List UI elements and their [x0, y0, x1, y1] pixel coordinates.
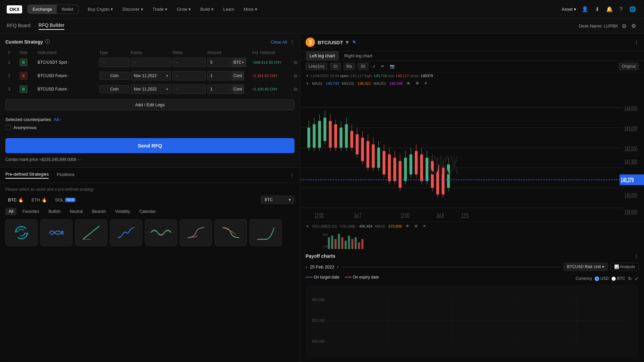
discover-link[interactable]: Discover ▾: [118, 5, 147, 14]
copy-icon[interactable]: ⧉: [621, 22, 627, 31]
timeframe-button[interactable]: Line(1m): [306, 63, 327, 70]
interval-button[interactable]: 1h: [330, 63, 340, 70]
trade-link[interactable]: Trade ▾: [149, 5, 171, 14]
learn-link[interactable]: Learn: [219, 5, 238, 14]
strategy-card-2[interactable]: [40, 219, 72, 246]
draw-icon[interactable]: ✏: [380, 63, 386, 70]
strategy-card-8[interactable]: [250, 219, 282, 246]
btc-radio-label[interactable]: BTC: [611, 276, 625, 281]
close-icon[interactable]: ✕: [423, 80, 429, 87]
settings-icon[interactable]: ⚙: [414, 80, 420, 87]
sol-asset-tab[interactable]: SOL NEW: [52, 196, 78, 204]
clear-all-button[interactable]: Clear All: [271, 40, 287, 45]
next-date-button[interactable]: ›: [337, 264, 339, 269]
expand-icon[interactable]: ⤢: [371, 63, 377, 70]
send-rfq-button[interactable]: Send RFQ: [5, 138, 294, 153]
usd-radio[interactable]: [595, 277, 599, 281]
wallet-button[interactable]: Wallet: [57, 5, 78, 13]
settings-icon[interactable]: ⚙: [413, 223, 419, 229]
exchange-wallet-toggle[interactable]: Exchange Wallet: [28, 5, 78, 14]
strike-input-2[interactable]: [172, 71, 206, 80]
filter-neutral[interactable]: Neutral: [66, 208, 86, 215]
btc-radio[interactable]: [611, 277, 616, 281]
more-chart-options-icon[interactable]: ⋮: [634, 40, 639, 45]
more-options-icon[interactable]: ⋮: [290, 39, 294, 45]
instrument-cell[interactable]: BTC/USDT Spot ›: [38, 60, 98, 65]
copy-row-button[interactable]: ⧉: [294, 73, 297, 79]
buy-crypto-link[interactable]: Buy Crypto ▾: [84, 5, 117, 14]
add-edit-legs-button[interactable]: Add / Edit Legs: [5, 99, 294, 110]
asset-button[interactable]: Asset ▾: [562, 7, 577, 12]
strategy-card-1[interactable]: [5, 219, 38, 246]
instrument-cell[interactable]: BTCUSD Future ›: [38, 73, 98, 78]
strategy-card-4[interactable]: [110, 219, 142, 246]
copy-row-button[interactable]: ⧉: [294, 60, 297, 65]
strategy-card-3[interactable]: [75, 219, 107, 246]
expiry-input-1[interactable]: [131, 58, 171, 67]
amount-unit-1[interactable]: BTC ▾: [231, 58, 246, 67]
strategy-card-5[interactable]: [145, 219, 177, 246]
filter-volatility[interactable]: Volatility: [112, 208, 133, 215]
all-counterparties-link[interactable]: All ›: [54, 117, 61, 122]
eth-asset-tab[interactable]: ETH 🔥: [29, 196, 50, 204]
analysis-button[interactable]: 📊 Analysis: [610, 263, 639, 271]
amount-input-1[interactable]: [207, 58, 231, 67]
chevron-down-icon[interactable]: ▾: [346, 39, 348, 45]
strategy-card-7[interactable]: [215, 219, 247, 246]
usd-radio-label[interactable]: USD: [595, 276, 609, 281]
strike-input-3[interactable]: [172, 84, 206, 94]
profile-icon[interactable]: 👤: [580, 5, 590, 14]
side-badge-sell: S: [19, 72, 28, 80]
more-options-icon[interactable]: ⋮: [290, 173, 294, 178]
expiry-select-3[interactable]: Nov 11,2022 ▾: [131, 84, 171, 94]
original-button[interactable]: Original: [619, 63, 639, 70]
edit-icon[interactable]: ✎: [353, 40, 356, 45]
amount-input-3[interactable]: [207, 84, 231, 94]
filter-calendar[interactable]: Calendar: [136, 208, 159, 215]
btc-select-dropdown[interactable]: BTC ▾: [261, 196, 294, 204]
bell-icon[interactable]: 🔔: [605, 5, 614, 14]
build-link[interactable]: Build ▾: [196, 5, 218, 14]
close-icon[interactable]: ✕: [422, 223, 427, 229]
type-badge-2[interactable]: Coin: [99, 72, 129, 80]
eye-icon[interactable]: 👁: [405, 80, 412, 87]
settings-icon[interactable]: ⚙: [630, 21, 637, 31]
btc-asset-tab[interactable]: BTC 🔥: [5, 196, 26, 204]
refresh-button[interactable]: ↻: [628, 276, 632, 281]
eye-icon[interactable]: 👁: [405, 223, 411, 229]
right-leg-chart-tab[interactable]: Right leg chart: [340, 51, 376, 60]
digit-button[interactable]: 00: [358, 63, 368, 70]
rfq-builder-tab[interactable]: RFQ Builder: [39, 22, 64, 30]
screenshot-icon[interactable]: 📷: [388, 63, 396, 70]
predefined-strategies-tab[interactable]: Pre-defined Strategies: [5, 172, 49, 179]
copy-row-button[interactable]: ⧉: [294, 86, 297, 92]
type-input-1[interactable]: [99, 58, 129, 67]
anonymous-checkbox[interactable]: [5, 125, 11, 130]
grow-link[interactable]: Grow ▾: [173, 5, 195, 14]
left-leg-chart-tab[interactable]: Left leg chart: [306, 51, 339, 60]
filter-bearish[interactable]: Bearish: [89, 208, 109, 215]
filter-all[interactable]: All: [5, 208, 16, 215]
risk-unit-dropdown[interactable]: BTCUSD Risk Unit ▾: [564, 263, 608, 271]
filter-bullish[interactable]: Bullish: [45, 208, 64, 215]
expiry-select-2[interactable]: Nov 11,2022 ▾: [131, 71, 171, 80]
rfq-board-tab[interactable]: RFQ Board: [7, 23, 31, 29]
expand-button[interactable]: ⤢: [635, 276, 639, 281]
strike-input-1[interactable]: [172, 58, 206, 67]
positions-tab[interactable]: Positions: [57, 172, 74, 178]
filter-favorites[interactable]: Favorites: [19, 208, 42, 215]
more-payoff-options-icon[interactable]: ⋮: [634, 253, 639, 259]
amount-input-2[interactable]: [207, 71, 231, 80]
exchange-button[interactable]: Exchange: [28, 5, 57, 13]
help-icon[interactable]: ?: [618, 5, 624, 14]
instrument-cell[interactable]: BTCUSD Future ›: [38, 87, 98, 92]
more-link[interactable]: More ▾: [239, 5, 261, 14]
type-badge-3[interactable]: Coin: [99, 85, 129, 93]
prev-date-button[interactable]: ‹: [306, 264, 307, 269]
download-icon[interactable]: ⬇: [594, 5, 601, 14]
strategy-card-6[interactable]: [180, 219, 212, 246]
chart-type-button[interactable]: Ma: [343, 63, 355, 70]
globe-icon[interactable]: 🌐: [628, 5, 637, 14]
amount-cell-1: BTC ▾: [207, 58, 251, 67]
left-panel: Custom Strategy ⓘ Clear All ⋮ # Side Ins…: [0, 34, 300, 362]
